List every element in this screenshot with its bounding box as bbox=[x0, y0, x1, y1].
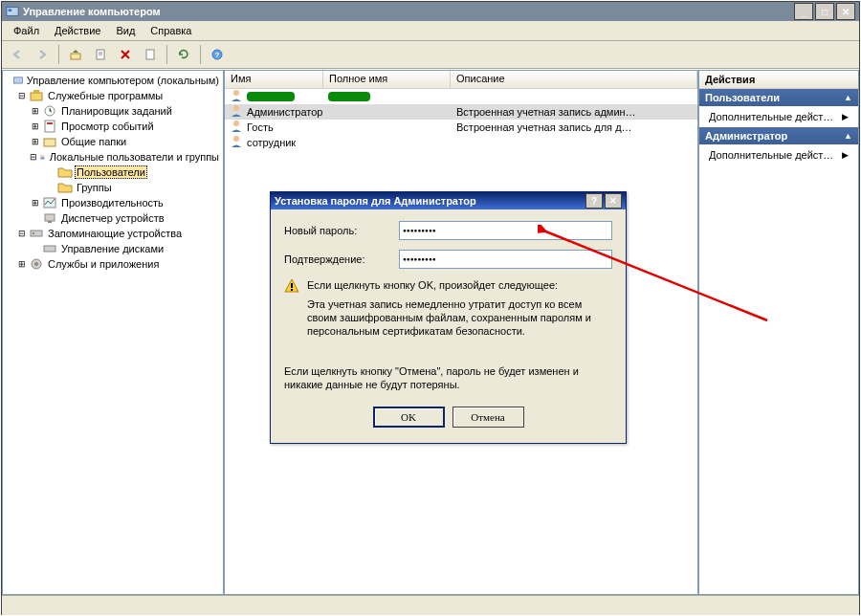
svg-rect-1 bbox=[9, 9, 12, 11]
cancel-info: Если щелкнуть кнопку "Отмена", пароль не… bbox=[284, 364, 612, 391]
svg-text:?: ? bbox=[215, 51, 220, 59]
svg-point-30 bbox=[233, 136, 239, 142]
svg-rect-6 bbox=[146, 50, 154, 59]
actions-section-users[interactable]: Пользователи▲ bbox=[699, 89, 858, 106]
menu-help[interactable]: Справка bbox=[143, 23, 199, 38]
tree-localusers[interactable]: ⊟Локальные пользователи и группы bbox=[3, 149, 223, 165]
tree-devmgr[interactable]: Диспетчер устройств bbox=[3, 210, 223, 226]
collapse-icon: ▲ bbox=[844, 131, 852, 141]
cancel-button[interactable]: Отмена bbox=[453, 407, 524, 428]
svg-rect-21 bbox=[48, 221, 52, 223]
tree-eventviewer[interactable]: ⊞Просмотр событий bbox=[3, 119, 223, 134]
svg-rect-24 bbox=[44, 246, 55, 252]
svg-point-27 bbox=[233, 90, 239, 96]
dialog-help-button[interactable]: ? bbox=[585, 193, 603, 209]
redacted-fullname bbox=[328, 92, 370, 101]
actions-heading: Действия bbox=[699, 71, 858, 89]
col-fullname[interactable]: Полное имя bbox=[323, 71, 451, 88]
chevron-right-icon: ▶ bbox=[842, 150, 849, 160]
list-row[interactable]: Администратор Встроенная учетная запись … bbox=[225, 104, 697, 120]
svg-rect-18 bbox=[40, 157, 44, 159]
list-row[interactable]: Гость Встроенная учетная запись для д… bbox=[225, 120, 697, 135]
svg-point-26 bbox=[34, 262, 38, 266]
menu-action[interactable]: Действие bbox=[47, 23, 108, 38]
minimize-button[interactable]: _ bbox=[794, 3, 813, 20]
svg-rect-11 bbox=[33, 90, 39, 94]
svg-point-23 bbox=[33, 232, 34, 234]
svg-rect-14 bbox=[47, 122, 53, 124]
nav-forward-button bbox=[31, 43, 54, 66]
menu-view[interactable]: Вид bbox=[108, 23, 143, 38]
list-header: Имя Полное имя Описание bbox=[225, 71, 697, 89]
actions-more-admin[interactable]: Дополнительные дейст…▶ bbox=[699, 144, 858, 165]
nav-tree[interactable]: Управление компьютером (локальным) ⊟Служ… bbox=[2, 70, 224, 595]
actions-more-users[interactable]: Дополнительные дейст…▶ bbox=[699, 106, 858, 127]
svg-rect-2 bbox=[71, 54, 80, 59]
tree-sharedfolders[interactable]: ⊞Общие папки bbox=[3, 134, 223, 149]
tree-perf[interactable]: ⊞Производительность bbox=[3, 195, 223, 210]
new-password-label: Новый пароль: bbox=[284, 225, 399, 236]
window-title: Управление компьютером bbox=[23, 6, 794, 17]
tree-storage[interactable]: ⊟Запоминающие устройства bbox=[3, 226, 223, 241]
new-password-input[interactable] bbox=[399, 221, 612, 240]
warning-icon bbox=[284, 278, 299, 294]
svg-rect-15 bbox=[44, 139, 55, 146]
user-icon bbox=[229, 134, 244, 151]
tree-scheduler[interactable]: ⊞Планировщик заданий bbox=[3, 103, 223, 119]
list-row[interactable]: сотрудник bbox=[225, 135, 697, 150]
collapse-icon: ▲ bbox=[844, 93, 852, 102]
actions-pane: Действия Пользователи▲ Дополнительные де… bbox=[698, 70, 859, 595]
tree-diskmgr[interactable]: Управление дисками bbox=[3, 241, 223, 256]
maximize-button[interactable]: □ bbox=[815, 3, 834, 20]
titlebar: Управление компьютером _ □ ✕ bbox=[2, 2, 859, 21]
tree-groups[interactable]: Группы bbox=[3, 180, 223, 195]
menubar: Файл Действие Вид Справка bbox=[2, 21, 859, 41]
statusbar bbox=[2, 595, 859, 615]
actions-section-admin[interactable]: Администратор▲ bbox=[699, 127, 858, 144]
tree-services[interactable]: ⊞Службы и приложения bbox=[3, 256, 223, 272]
help-button[interactable]: ? bbox=[206, 43, 229, 66]
svg-rect-20 bbox=[45, 214, 55, 221]
export-button[interactable] bbox=[139, 43, 162, 66]
svg-point-29 bbox=[233, 121, 239, 126]
svg-point-17 bbox=[42, 155, 44, 157]
chevron-right-icon: ▶ bbox=[842, 112, 849, 121]
redacted-name bbox=[247, 92, 295, 101]
nav-back-button bbox=[6, 43, 29, 66]
menu-file[interactable]: Файл bbox=[6, 23, 47, 38]
col-desc[interactable]: Описание bbox=[451, 71, 697, 88]
app-icon bbox=[6, 5, 19, 18]
close-button[interactable]: ✕ bbox=[836, 3, 855, 20]
tree-users[interactable]: Пользователи bbox=[3, 165, 223, 180]
warning-head: Если щелкнуть кнопку OK, произойдет след… bbox=[307, 278, 612, 292]
toolbar: ? bbox=[2, 41, 859, 69]
list-row[interactable] bbox=[225, 89, 697, 104]
dialog-close-button[interactable]: ✕ bbox=[605, 193, 622, 209]
dialog-titlebar: Установка пароля для Администратор ? ✕ bbox=[271, 192, 626, 209]
svg-rect-31 bbox=[291, 283, 293, 288]
svg-rect-32 bbox=[291, 289, 293, 291]
svg-rect-13 bbox=[45, 121, 55, 132]
set-password-dialog: Установка пароля для Администратор ? ✕ Н… bbox=[270, 191, 627, 444]
confirm-password-input[interactable] bbox=[399, 250, 612, 269]
svg-rect-10 bbox=[31, 93, 42, 100]
refresh-button[interactable] bbox=[172, 43, 195, 66]
svg-rect-22 bbox=[31, 231, 42, 236]
svg-rect-9 bbox=[13, 77, 22, 83]
tree-root[interactable]: Управление компьютером (локальным) bbox=[3, 73, 223, 88]
delete-button[interactable] bbox=[114, 43, 137, 66]
tree-utilities[interactable]: ⊟Служебные программы bbox=[3, 88, 223, 103]
warning-body: Эта учетная запись немедленно утратит до… bbox=[307, 297, 612, 338]
main-window: Управление компьютером _ □ ✕ Файл Действ… bbox=[1, 1, 860, 615]
properties-button[interactable] bbox=[89, 43, 112, 66]
confirm-password-label: Подтверждение: bbox=[284, 253, 399, 265]
up-button[interactable] bbox=[64, 43, 87, 66]
ok-button[interactable]: OK bbox=[373, 407, 445, 428]
svg-point-28 bbox=[233, 105, 239, 111]
col-name[interactable]: Имя bbox=[225, 71, 323, 88]
